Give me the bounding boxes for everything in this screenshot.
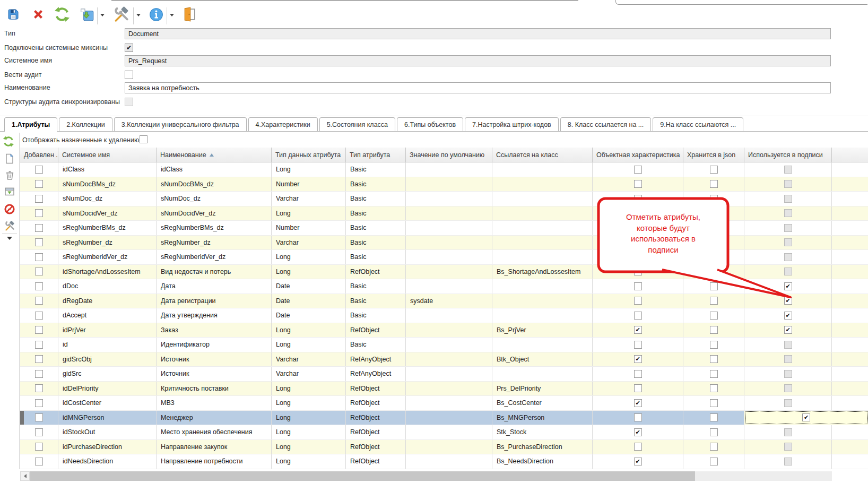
exit-button[interactable]: [180, 5, 198, 23]
table-row[interactable]: sNumDocidVer_dzsNumDocidVer_dzLongBasic: [20, 206, 868, 221]
column-header[interactable]: Хранится в json: [683, 148, 744, 162]
delete-button[interactable]: [31, 5, 46, 23]
used-in-signature-checkbox[interactable]: [784, 224, 792, 232]
stored-in-json-checkbox[interactable]: [710, 282, 718, 290]
added-checkbox[interactable]: [35, 282, 43, 290]
used-in-signature-checkbox[interactable]: [784, 180, 792, 188]
used-in-signature-checkbox[interactable]: [784, 399, 792, 407]
object-characteristic-checkbox[interactable]: [634, 180, 642, 188]
new-record-button[interactable]: [4, 153, 15, 165]
object-characteristic-checkbox[interactable]: [634, 166, 642, 174]
table-row[interactable]: sRegNumberBMs_dzsRegNumberBMs_dzNumberBa…: [20, 221, 868, 236]
column-header[interactable]: Системное имя: [58, 148, 157, 162]
table-row[interactable]: dDocДатаDateBasic✔: [20, 279, 868, 294]
added-checkbox[interactable]: [35, 312, 43, 320]
added-checkbox[interactable]: [35, 166, 43, 174]
column-header[interactable]: Наименование: [157, 148, 272, 162]
tools-button[interactable]: [111, 5, 132, 23]
added-checkbox[interactable]: [35, 384, 43, 392]
object-characteristic-checkbox[interactable]: [634, 443, 642, 451]
stored-in-json-checkbox[interactable]: [710, 209, 718, 217]
object-characteristic-checkbox[interactable]: [634, 312, 642, 320]
add-record-button[interactable]: [4, 186, 15, 197]
info-dropdown-arrow-icon[interactable]: [170, 14, 174, 16]
column-header[interactable]: Значение по умолчанию: [406, 148, 492, 162]
save-button[interactable]: [6, 5, 20, 23]
stored-in-json-checkbox[interactable]: [710, 428, 718, 436]
added-checkbox[interactable]: [35, 413, 43, 421]
delete-record-button[interactable]: [4, 169, 15, 181]
info-button[interactable]: [148, 5, 164, 23]
column-header[interactable]: Ссылается на класс: [492, 148, 593, 162]
added-checkbox[interactable]: [35, 195, 43, 203]
stored-in-json-checkbox[interactable]: [710, 253, 718, 261]
table-row[interactable]: idDelPriorityКритичность поставкиLongRef…: [20, 382, 868, 396]
table-row[interactable]: dRegDateДата регистрацииDateBasicsysdate…: [20, 294, 868, 309]
table-row[interactable]: sRegNumberidVer_dzsRegNumberidVer_dzLong…: [20, 250, 868, 265]
table-row[interactable]: sNumDocBMs_dzsNumDocBMs_dzNumberBasic: [20, 177, 868, 192]
added-checkbox[interactable]: [35, 428, 43, 436]
import-button[interactable]: [79, 5, 95, 23]
used-in-signature-checkbox[interactable]: ✔: [784, 282, 792, 290]
stored-in-json-checkbox[interactable]: [710, 384, 718, 392]
show-deleted-checkbox[interactable]: [140, 135, 147, 143]
tab-6[interactable]: 6.Типы объектов: [397, 117, 463, 131]
horizontal-scrollbar-thumb[interactable]: [30, 471, 695, 481]
object-characteristic-checkbox[interactable]: [634, 195, 642, 203]
stored-in-json-checkbox[interactable]: [710, 180, 718, 188]
column-header[interactable]: Объектная характеристика: [593, 148, 683, 162]
stored-in-json-checkbox[interactable]: [710, 238, 718, 246]
table-row[interactable]: idClassidClassLongBasic: [20, 162, 868, 177]
used-in-signature-checkbox[interactable]: ✔: [784, 297, 792, 305]
tab-4[interactable]: 4.Характеристики: [248, 117, 318, 131]
stored-in-json-checkbox[interactable]: [710, 224, 718, 232]
object-characteristic-checkbox[interactable]: [634, 209, 642, 217]
used-in-signature-checkbox[interactable]: [784, 253, 792, 261]
column-header[interactable]: Тип атрибута: [346, 148, 406, 162]
object-characteristic-checkbox[interactable]: [634, 413, 642, 421]
used-in-signature-checkbox[interactable]: ✔: [784, 326, 792, 334]
added-checkbox[interactable]: [35, 180, 43, 188]
used-in-signature-checkbox[interactable]: [784, 166, 792, 174]
stored-in-json-checkbox[interactable]: [710, 312, 718, 320]
used-in-signature-checkbox[interactable]: [784, 370, 792, 378]
column-header[interactable]: Добавлен ...: [20, 148, 58, 162]
used-in-signature-checkbox[interactable]: [784, 355, 792, 363]
stored-in-json-checkbox[interactable]: [710, 166, 718, 174]
table-row[interactable]: idMNGPersonМенеджерLongRefObjectBs_MNGPe…: [20, 411, 868, 426]
column-header[interactable]: Используется в подписи: [744, 148, 832, 162]
stored-in-json-checkbox[interactable]: [710, 355, 718, 363]
form-checkbox[interactable]: [125, 71, 133, 79]
used-in-signature-checkbox[interactable]: ✔: [784, 312, 792, 320]
table-row[interactable]: idИдентификаторLongBasic: [20, 338, 868, 352]
side-toolbar-more-button[interactable]: [4, 236, 15, 241]
grid-refresh-button[interactable]: [3, 135, 14, 147]
added-checkbox[interactable]: [35, 238, 43, 246]
added-checkbox[interactable]: [35, 224, 43, 232]
object-characteristic-checkbox[interactable]: ✔: [634, 355, 642, 363]
table-row[interactable]: sRegNumber_dzsRegNumber_dzVarcharBasic: [20, 236, 868, 251]
object-characteristic-checkbox[interactable]: [634, 297, 642, 305]
tab-5[interactable]: 5.Состояния класса: [319, 117, 395, 131]
tab-3[interactable]: 3.Коллекции универсального фильтра: [114, 117, 247, 131]
used-in-signature-checkbox[interactable]: [784, 268, 792, 275]
added-checkbox[interactable]: [35, 443, 43, 451]
object-characteristic-checkbox[interactable]: [634, 224, 642, 232]
tab-1[interactable]: 1.Атрибуты: [4, 117, 57, 132]
block-record-button[interactable]: [4, 203, 15, 215]
stored-in-json-checkbox[interactable]: [710, 413, 718, 421]
stored-in-json-checkbox[interactable]: [710, 458, 718, 465]
stored-in-json-checkbox[interactable]: [710, 443, 718, 451]
stored-in-json-checkbox[interactable]: [710, 297, 718, 305]
table-row[interactable]: idPrjVerЗаказLongRefObjectBs_PrjVer✔✔: [20, 323, 868, 338]
table-row[interactable]: sNumDoc_dzsNumDoc_dzVarcharBasic: [20, 192, 868, 206]
added-checkbox[interactable]: [35, 297, 43, 305]
object-characteristic-checkbox[interactable]: ✔: [634, 458, 642, 465]
stored-in-json-checkbox[interactable]: [710, 370, 718, 378]
refresh-button[interactable]: [53, 5, 71, 23]
form-input[interactable]: Document: [125, 28, 831, 39]
tab-7[interactable]: 7.Настройка штрих-кодов: [465, 117, 559, 131]
added-checkbox[interactable]: [35, 326, 43, 334]
added-checkbox[interactable]: [35, 341, 43, 349]
scroll-left-button[interactable]: [20, 471, 30, 481]
